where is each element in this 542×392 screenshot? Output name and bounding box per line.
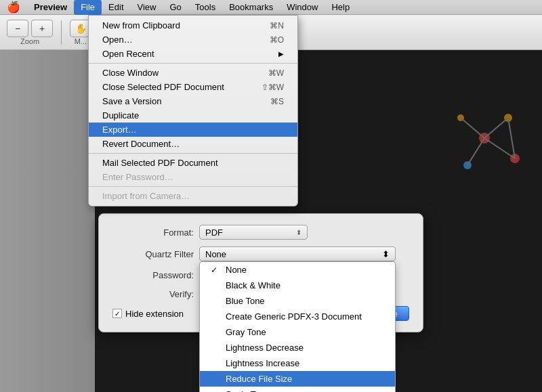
quartz-item-label: Sepia Tone (226, 389, 270, 392)
quartz-filter-row: Quartz Filter None ⬍ ✓ None Black & Whit… (112, 246, 409, 261)
menu-item-open-recent[interactable]: Open Recent ▶ (89, 47, 297, 61)
quartz-item-pdfx3[interactable]: Create Generic PDFX-3 Document (200, 309, 395, 324)
menu-separator-2 (89, 153, 297, 154)
quartz-item-label: Lightness Decrease (226, 343, 304, 353)
menubar-edit[interactable]: Edit (102, 0, 130, 15)
quartz-item-lightness-inc[interactable]: Lightness Increase (200, 355, 395, 371)
hide-extension-label: Hide extension (125, 309, 184, 319)
svg-line-5 (484, 118, 508, 138)
format-label: Format: (112, 227, 194, 238)
menu-item-save-version[interactable]: Save a Version ⌘S (89, 94, 297, 108)
move-label: M... (75, 37, 87, 45)
quartz-item-blue[interactable]: Blue Tone (200, 293, 395, 309)
quartz-item-label: None (226, 265, 247, 275)
menubar-bookmarks[interactable]: Bookmarks (222, 0, 280, 15)
quartz-select[interactable]: None ⬍ (199, 246, 396, 261)
zoom-out-button[interactable]: − (7, 20, 28, 37)
zoom-buttons: − + (7, 20, 53, 37)
zoom-in-button[interactable]: + (31, 20, 53, 37)
menubar-go[interactable]: Go (163, 0, 188, 15)
submenu-arrow: ▶ (278, 50, 284, 58)
quartz-dropdown-container: None ⬍ ✓ None Black & White Blue Tone (199, 246, 396, 261)
shortcut-save: ⌘S (270, 97, 284, 106)
shortcut-open: ⌘O (270, 35, 284, 45)
format-value: PDF (205, 227, 223, 238)
format-row: Format: PDF ⬍ (112, 225, 409, 240)
svg-line-6 (467, 138, 484, 165)
quartz-item-label: Black & White (226, 280, 280, 290)
svg-line-7 (484, 138, 515, 158)
quartz-value: None (205, 249, 226, 259)
menu-item-open[interactable]: Open… ⌘O (89, 32, 297, 47)
quartz-item-gray[interactable]: Gray Tone (200, 324, 395, 340)
menu-item-import-camera: Import from Camera… (89, 189, 297, 203)
export-dialog: Format: PDF ⬍ Quartz Filter None ⬍ ✓ Non… (98, 213, 423, 332)
menu-item-label: Save a Version (102, 96, 161, 106)
shortcut-close-pdf: ⇧⌘W (262, 83, 284, 92)
menu-item-label: Mail Selected PDF Document (102, 158, 218, 168)
format-select-arrow: ⬍ (296, 229, 301, 236)
menubar-help[interactable]: Help (325, 0, 356, 15)
apple-menu[interactable]: 🍎 (0, 1, 27, 14)
quartz-item-label: Gray Tone (226, 327, 266, 337)
file-menu-dropdown: New from Clipboard ⌘N Open… ⌘O Open Rece… (88, 15, 298, 206)
quartz-arrow: ⬍ (382, 249, 390, 259)
menu-item-close-window[interactable]: Close Window ⌘W (89, 66, 297, 80)
menu-separator-3 (89, 186, 297, 187)
zoom-label: Zoom (20, 37, 39, 45)
menu-item-label: Enter Password… (102, 172, 173, 182)
menubar-window[interactable]: Window (280, 0, 325, 15)
menu-item-mail-pdf[interactable]: Mail Selected PDF Document (89, 156, 297, 170)
menu-item-label: Open Recent (102, 49, 154, 59)
menubar: 🍎 Preview File Edit View Go Tools Bookma… (0, 0, 542, 15)
sidebar (0, 50, 95, 392)
format-select[interactable]: PDF ⬍ (199, 225, 308, 240)
menu-item-close-pdf[interactable]: Close Selected PDF Document ⇧⌘W (89, 80, 297, 94)
menu-item-label: Revert Document… (102, 139, 180, 149)
shortcut-close: ⌘W (268, 68, 284, 78)
check-mark-none: ✓ (211, 265, 220, 275)
quartz-item-lightness-dec[interactable]: Lightness Decrease (200, 340, 395, 355)
quartz-item-none[interactable]: ✓ None (200, 262, 395, 278)
menu-item-label: Open… (102, 35, 133, 45)
toolbar-separator (61, 20, 62, 45)
menu-item-duplicate[interactable]: Duplicate (89, 108, 297, 123)
menu-item-label: Import from Camera… (102, 191, 190, 201)
quartz-item-reduce[interactable]: Reduce File Size (200, 371, 395, 387)
quartz-item-sepia[interactable]: Sepia Tone (200, 387, 395, 392)
menu-item-label: Export… (102, 125, 137, 135)
quartz-item-label: Lightness Increase (226, 358, 299, 368)
menu-item-label: Duplicate (102, 110, 139, 121)
molecule-decoration (434, 77, 535, 199)
menubar-view[interactable]: View (131, 0, 163, 15)
quartz-item-bw[interactable]: Black & White (200, 278, 395, 293)
hide-extension-area: ✓ Hide extension (112, 309, 184, 319)
zoom-section: − + Zoom (7, 20, 53, 45)
quartz-item-label: Create Generic PDFX-3 Document (226, 311, 362, 322)
menu-separator-1 (89, 63, 297, 64)
menubar-file[interactable]: File (74, 0, 102, 15)
shortcut-new: ⌘N (270, 21, 284, 30)
verify-label: Verify: (112, 289, 194, 299)
svg-line-8 (461, 118, 484, 138)
menu-item-label: Close Selected PDF Document (102, 82, 224, 92)
quartz-dropdown: ✓ None Black & White Blue Tone Create Ge… (199, 261, 396, 392)
password-label: Password: (112, 270, 194, 280)
menu-item-revert[interactable]: Revert Document… (89, 137, 297, 151)
menu-item-export[interactable]: Export… (89, 123, 297, 137)
hide-extension-checkbox[interactable]: ✓ (112, 309, 122, 318)
menubar-app-name[interactable]: Preview (27, 0, 74, 15)
menu-item-label: Close Window (102, 68, 159, 78)
menubar-tools[interactable]: Tools (188, 0, 222, 15)
menu-item-new-from-clipboard[interactable]: New from Clipboard ⌘N (89, 18, 297, 32)
quartz-item-label: Reduce File Size (226, 374, 292, 384)
quartz-label: Quartz Filter (112, 249, 194, 259)
menu-item-label: New from Clipboard (102, 20, 180, 30)
svg-line-9 (508, 118, 515, 158)
quartz-item-label: Blue Tone (226, 296, 265, 306)
menu-item-enter-password: Enter Password… (89, 170, 297, 184)
